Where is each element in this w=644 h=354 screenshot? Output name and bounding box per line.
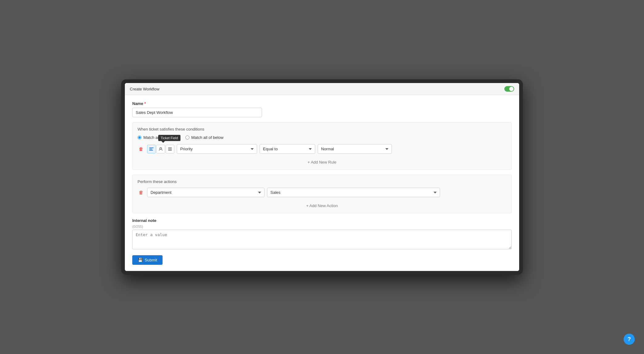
window: Create Workflow Name * When ticket satis… <box>125 83 519 271</box>
toggle-switch[interactable] <box>504 86 514 92</box>
submit-icon: 💾 <box>138 258 143 262</box>
match-radio-group: Match any of below Match all of below <box>138 135 506 140</box>
match-any-label: Match any of below <box>143 135 178 140</box>
operator-select[interactable]: Equal to Not equal to Contains <box>260 144 315 154</box>
name-input[interactable] <box>132 108 262 117</box>
submit-label: Submit <box>145 258 157 262</box>
contact-field-icon-btn[interactable] <box>156 145 165 153</box>
action-type-select[interactable]: Department Assign Agent Priority Status <box>147 188 265 197</box>
window-header: Create Workflow <box>125 83 519 95</box>
ticket-field-icon-btn[interactable] <box>147 145 156 153</box>
svg-rect-4 <box>168 148 172 148</box>
svg-rect-6 <box>168 150 172 151</box>
char-count: (0/255) <box>132 225 512 228</box>
ticket-field-icon <box>149 148 154 151</box>
field-type-icon-group: Ticket Field <box>147 145 174 153</box>
action-value-select[interactable]: Sales Support Engineering Marketing <box>267 188 440 197</box>
contact-icon <box>159 147 163 151</box>
help-icon: ? <box>628 336 631 343</box>
svg-rect-2 <box>149 150 153 151</box>
internal-note-label: Internal note <box>132 218 512 223</box>
svg-rect-0 <box>149 148 154 148</box>
add-rule-button[interactable]: + Add New Rule <box>307 160 337 165</box>
match-any-radio[interactable] <box>138 135 142 140</box>
name-field-group: Name * <box>132 101 512 117</box>
help-button[interactable]: ? <box>624 334 635 345</box>
delete-action-button[interactable]: 🗑 <box>138 189 145 196</box>
priority-field-select[interactable]: Priority Status Type Assignee <box>177 144 257 154</box>
action-row-1: 🗑 Department Assign Agent Priority Statu… <box>138 188 506 197</box>
svg-rect-1 <box>149 149 152 149</box>
conditions-section: When ticket satisfies these conditions M… <box>132 122 512 170</box>
conditions-title: When ticket satisfies these conditions <box>138 127 506 131</box>
window-title: Create Workflow <box>130 87 159 91</box>
screen: Create Workflow Name * When ticket satis… <box>121 79 523 275</box>
svg-rect-5 <box>168 149 172 149</box>
rule-row-1: 🗑 Ticket Field <box>138 144 506 154</box>
submit-button[interactable]: 💾 Submit <box>132 255 163 265</box>
add-action-row: + Add New Action <box>138 200 506 209</box>
match-all-label: Match all of below <box>191 135 223 140</box>
add-action-button[interactable]: + Add New Action <box>306 203 338 208</box>
value-select[interactable]: Normal Low High Urgent <box>318 144 392 154</box>
name-label: Name * <box>132 101 512 106</box>
main-content: Name * When ticket satisfies these condi… <box>125 95 519 271</box>
menu-field-icon-btn[interactable] <box>166 145 174 153</box>
menu-icon <box>168 148 172 151</box>
actions-section: Perform these actions 🗑 Department Assig… <box>132 175 512 213</box>
actions-title: Perform these actions <box>138 179 506 184</box>
internal-note-section: Internal note (0/255) <box>132 218 512 250</box>
add-rule-row: + Add New Rule <box>138 157 506 165</box>
match-all-radio[interactable] <box>185 135 189 140</box>
match-all-radio-label[interactable]: Match all of below <box>185 135 223 140</box>
match-any-radio-label[interactable]: Match any of below <box>138 135 178 140</box>
internal-note-textarea[interactable] <box>132 230 512 249</box>
delete-rule-button[interactable]: 🗑 <box>138 145 145 153</box>
